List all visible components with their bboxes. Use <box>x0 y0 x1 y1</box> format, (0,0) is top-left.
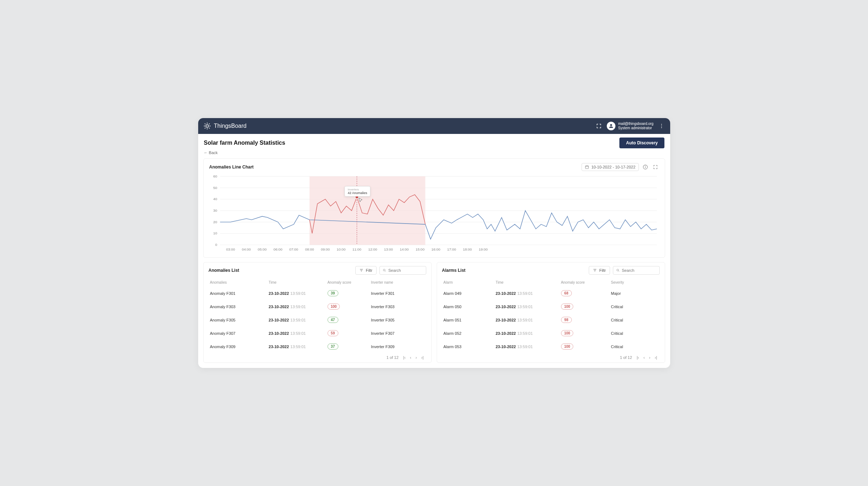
svg-text:17:00: 17:00 <box>447 247 456 251</box>
svg-line-8 <box>209 123 209 124</box>
svg-point-12 <box>661 127 662 128</box>
svg-point-10 <box>661 124 662 125</box>
table-row[interactable]: Anomaly F30323-10-202213:59:01100Inverte… <box>209 300 426 313</box>
chart-header: Anomalies Line Chart 10-10-2022 - 10-17-… <box>209 163 659 171</box>
table-row[interactable]: Alarm 05023-10-202213:59:01100Critical <box>442 300 660 313</box>
topbar: ThingsBoard mail@thingsboard.org System … <box>198 118 670 134</box>
svg-text:18:00: 18:00 <box>463 247 472 251</box>
svg-rect-13 <box>586 166 589 169</box>
table-row[interactable]: Alarm 05323-10-202213:59:01100Critical <box>442 340 660 353</box>
col-time: Time <box>267 278 326 287</box>
svg-text:05:00: 05:00 <box>258 247 267 251</box>
svg-text:20: 20 <box>213 220 217 224</box>
svg-text:10:00: 10:00 <box>337 247 346 251</box>
pager-last-icon[interactable]: ›| <box>420 355 425 360</box>
col-severity: Severity <box>610 278 660 287</box>
svg-point-11 <box>661 126 662 126</box>
table-row[interactable]: Alarm 05123-10-202213:59:0198Critical <box>442 313 660 327</box>
anomalies-filter-button[interactable]: Filtr <box>355 266 376 275</box>
table-row[interactable]: Anomaly F30523-10-202213:59:0147Inverter… <box>209 313 426 327</box>
svg-line-6 <box>209 128 209 129</box>
alarms-head: Alarms List Filtr <box>442 266 660 275</box>
pager-prev-icon[interactable]: ‹ <box>642 355 646 360</box>
alarms-table: Alarm Time Anomaly score Severity Alarm … <box>442 278 660 353</box>
user-info: mail@thingsboard.org System administrato… <box>618 122 654 130</box>
col-time: Time <box>494 278 559 287</box>
anomalies-search[interactable] <box>379 266 426 275</box>
avatar-icon <box>607 122 615 130</box>
pager-next-icon[interactable]: › <box>648 355 651 360</box>
pager-next-icon[interactable]: › <box>414 355 418 360</box>
date-range-picker[interactable]: 10-10-2022 - 10-17-2022 <box>582 163 638 171</box>
user-menu[interactable]: mail@thingsboard.org System administrato… <box>607 122 654 130</box>
svg-point-62 <box>616 269 618 271</box>
svg-text:03:00: 03:00 <box>226 247 235 251</box>
chart-card: Anomalies Line Chart 10-10-2022 - 10-17-… <box>203 158 665 258</box>
pager-text: 1 of 12 <box>620 355 632 360</box>
search-icon <box>616 268 620 273</box>
anomalies-card: Anomalies List Filtr Anomalies Time <box>203 262 432 363</box>
svg-text:06:00: 06:00 <box>273 247 282 251</box>
alarms-search[interactable] <box>613 266 660 275</box>
pager-first-icon[interactable]: |‹ <box>402 355 407 360</box>
svg-line-63 <box>618 271 619 271</box>
anomalies-table: Anomalies Time Anomaly score Inverter na… <box>209 278 426 353</box>
svg-text:50: 50 <box>213 186 217 190</box>
col-inverter: Inverter name <box>369 278 426 287</box>
filter-icon <box>593 268 597 273</box>
svg-line-5 <box>205 123 205 124</box>
table-row[interactable]: Alarm 05223-10-202213:59:01100Critical <box>442 327 660 340</box>
svg-text:11:00: 11:00 <box>352 247 361 251</box>
auto-discovery-button[interactable]: Auto Discovery <box>619 138 664 148</box>
svg-text:10: 10 <box>213 231 217 235</box>
svg-text:40: 40 <box>213 197 217 201</box>
table-row[interactable]: Anomaly F30723-10-202213:59:0159Inverter… <box>209 327 426 340</box>
alarms-filter-button[interactable]: Filtr <box>589 266 610 275</box>
chart-area[interactable]: 010203040506003:0004:0005:0006:0007:0008… <box>209 174 659 253</box>
svg-text:09:00: 09:00 <box>321 247 330 251</box>
date-range-text: 10-10-2022 - 10-17-2022 <box>591 165 635 169</box>
pager-last-icon[interactable]: ›| <box>654 355 658 360</box>
svg-line-7 <box>205 128 205 129</box>
col-alarm: Alarm <box>442 278 494 287</box>
calendar-icon <box>585 165 589 169</box>
svg-text:13:00: 13:00 <box>384 247 393 251</box>
svg-text:30: 30 <box>213 208 217 212</box>
back-link[interactable]: ← Back <box>198 150 670 158</box>
lists-row: Anomalies List Filtr Anomalies Time <box>198 262 670 368</box>
info-icon[interactable] <box>642 163 649 171</box>
svg-text:14:00: 14:00 <box>400 247 409 251</box>
alarms-search-input[interactable] <box>622 268 656 273</box>
pager-prev-icon[interactable]: ‹ <box>409 355 413 360</box>
svg-line-58 <box>385 271 386 271</box>
app-window: ThingsBoard mail@thingsboard.org System … <box>198 118 670 368</box>
table-row[interactable]: Alarm 04923-10-202213:59:0168Major <box>442 287 660 300</box>
user-email: mail@thingsboard.org <box>618 122 654 126</box>
table-row[interactable]: Anomaly F30123-10-202213:59:0139Inverter… <box>209 287 426 300</box>
more-icon[interactable] <box>658 122 665 130</box>
page-header: Solar farm Anomaly Statistics Auto Disco… <box>198 134 670 150</box>
chart-title: Anomalies Line Chart <box>209 165 254 170</box>
anomalies-title: Anomalies List <box>209 268 239 273</box>
brand-name: ThingsBoard <box>214 123 247 129</box>
user-role: System administrator <box>618 126 654 130</box>
svg-text:07:00: 07:00 <box>289 247 298 251</box>
anomalies-search-input[interactable] <box>388 268 423 273</box>
brand: ThingsBoard <box>203 122 247 130</box>
alarms-pager: 1 of 12 |‹ ‹ › ›| <box>442 353 660 360</box>
anomalies-head: Anomalies List Filtr <box>209 266 426 275</box>
svg-text:60: 60 <box>213 174 217 178</box>
topbar-right: mail@thingsboard.org System administrato… <box>595 122 665 130</box>
anomalies-pager: 1 of 12 |‹ ‹ › ›| <box>209 353 426 360</box>
chart-fullscreen-icon[interactable] <box>652 163 659 171</box>
svg-text:16:00: 16:00 <box>431 247 440 251</box>
alarms-card: Alarms List Filtr Alarm Time <box>437 262 665 363</box>
fullscreen-icon[interactable] <box>595 122 602 130</box>
svg-text:04:00: 04:00 <box>242 247 251 251</box>
svg-text:08:00: 08:00 <box>305 247 314 251</box>
pager-first-icon[interactable]: |‹ <box>636 355 640 360</box>
table-row[interactable]: Anomaly F30923-10-202213:59:0137Inverter… <box>209 340 426 353</box>
col-score: Anomaly score <box>326 278 370 287</box>
svg-rect-51 <box>310 176 425 245</box>
pager-text: 1 of 12 <box>386 355 399 360</box>
